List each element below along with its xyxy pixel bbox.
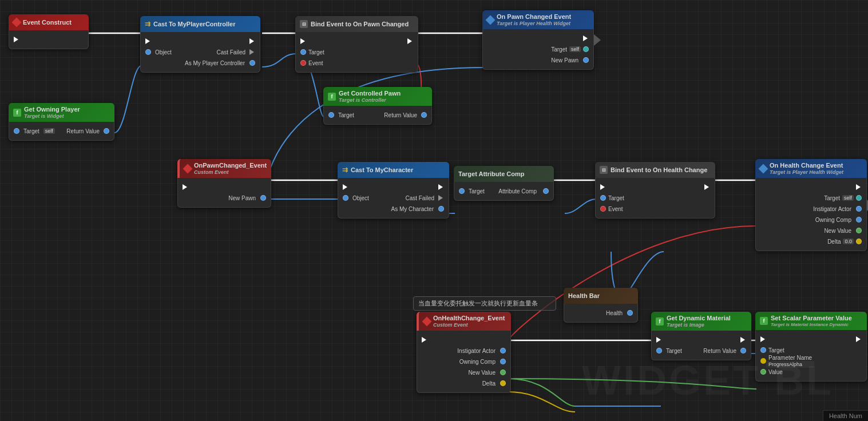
instigator-row: Instigator Actor bbox=[422, 345, 506, 356]
pins-row: Target Return Value bbox=[656, 345, 746, 356]
exec-in bbox=[656, 337, 662, 343]
target-label: Target bbox=[308, 49, 324, 55]
node-header: f Set Scalar Parameter Value Target is M… bbox=[755, 312, 867, 330]
target-row: Target self bbox=[760, 193, 862, 203]
node-title: Get Dynamic Material bbox=[667, 315, 731, 321]
node-bind-pawn: ⊟ Bind Event to On Pawn Changed Target E… bbox=[295, 16, 418, 73]
cast-icon: ⇉ bbox=[145, 20, 150, 28]
newpawn-pin bbox=[260, 195, 266, 201]
event-icon bbox=[183, 164, 193, 173]
pins-row: Target Return Value bbox=[328, 110, 427, 120]
health-pin bbox=[627, 310, 633, 316]
paramname-label: Parameter Name bbox=[768, 355, 812, 361]
func-icon: f bbox=[760, 317, 768, 325]
node-body: Target Return Value bbox=[323, 106, 432, 125]
exec-out-pin bbox=[14, 34, 84, 45]
node-header: f Get Controlled Pawn Target is Controll… bbox=[323, 87, 432, 106]
owningcomp-label: Owning Comp bbox=[459, 359, 496, 365]
event-pin-row: Event bbox=[600, 204, 710, 214]
delta-pin bbox=[856, 239, 862, 244]
event-icon bbox=[422, 316, 432, 326]
newvalue-pin bbox=[856, 228, 862, 233]
newpawn-pin bbox=[583, 57, 589, 63]
asmychar-row: As My Character bbox=[343, 204, 444, 214]
newvalue-row: New Value bbox=[760, 225, 862, 236]
node-subtitle: Custom Event bbox=[194, 169, 267, 175]
exec-out bbox=[856, 184, 862, 190]
target-pin bbox=[856, 195, 862, 201]
node-title: OnHealthChange_Event bbox=[433, 315, 505, 321]
node-header: f Get Dynamic Material Target is Image bbox=[651, 312, 751, 331]
node-title: Cast To MyCharacter bbox=[351, 166, 413, 173]
retval-pin bbox=[104, 128, 109, 134]
node-body: Target Event bbox=[295, 32, 418, 73]
node-header: OnPawnChanged_Event Custom Event bbox=[177, 159, 271, 178]
event-icon bbox=[759, 164, 768, 173]
delta-badge: 0.0 bbox=[843, 239, 854, 244]
health-pin-row: Health bbox=[569, 308, 633, 318]
self-badge: self bbox=[569, 46, 581, 52]
target-row: Target self bbox=[487, 44, 589, 54]
node-header: ⇉ Cast To MyPlayerController bbox=[140, 16, 260, 32]
newvalue-label: New Value bbox=[468, 370, 496, 376]
exec-in bbox=[600, 184, 606, 190]
castfailed-label: Cast Failed bbox=[216, 49, 245, 55]
target-pin bbox=[328, 112, 334, 118]
node-subtitle: Target is Player Health Widget bbox=[770, 169, 843, 175]
comment-text: 当血量变化委托触发一次就执行更新血量条 bbox=[418, 300, 538, 307]
paramname-pin bbox=[760, 358, 766, 364]
paramname-value: ProgressAlpha bbox=[766, 361, 814, 368]
instigator-label: Instigator Actor bbox=[457, 348, 496, 354]
node-body: Target self Instigator Actor Owning Comp… bbox=[755, 178, 867, 251]
node-subtitle: Target is Controller bbox=[339, 97, 401, 103]
attrcomp-pin bbox=[543, 188, 549, 194]
exec-out bbox=[407, 38, 413, 44]
event-pin-row: Event bbox=[300, 58, 413, 68]
node-title: Set Scalar Parameter Value bbox=[771, 315, 852, 321]
newvalue-pin bbox=[500, 370, 506, 375]
bottom-bar-label: Health Num bbox=[829, 412, 862, 419]
exec-row bbox=[487, 33, 589, 43]
delta-row: Delta bbox=[422, 378, 506, 388]
exec-out bbox=[438, 184, 444, 190]
target-label: Target bbox=[551, 46, 567, 53]
owningcomp-row: Owning Comp bbox=[760, 215, 862, 225]
node-get-controlled-pawn: f Get Controlled Pawn Target is Controll… bbox=[323, 87, 432, 125]
node-health-bar: Health Bar Health bbox=[564, 288, 638, 323]
target-label: Target bbox=[469, 188, 485, 194]
event-pin bbox=[600, 206, 606, 212]
owningcomp-pin bbox=[856, 217, 862, 223]
event-label: Event bbox=[608, 206, 623, 212]
target-label: Target bbox=[666, 348, 682, 354]
exec-row bbox=[343, 182, 444, 192]
owningcomp-pin bbox=[500, 359, 506, 364]
target-pin bbox=[14, 128, 19, 134]
value-row: Value bbox=[760, 367, 862, 377]
retval-pin bbox=[421, 112, 427, 118]
asmychar-label: As My Character bbox=[391, 206, 434, 212]
node-header: On Health Change Event Target is Player … bbox=[755, 159, 867, 178]
asmyplayer-label: As My Player Controller bbox=[185, 60, 245, 66]
node-title: Cast To MyPlayerController bbox=[153, 21, 235, 27]
health-label: Health bbox=[606, 310, 623, 316]
node-cast-mycharacter: ⇉ Cast To MyCharacter Object Cast Failed… bbox=[338, 162, 449, 219]
node-body: Health bbox=[564, 304, 638, 323]
object-pin bbox=[145, 49, 151, 55]
target-pin bbox=[583, 46, 589, 52]
delta-row: Delta 0.0 bbox=[760, 236, 862, 247]
exec-out bbox=[856, 336, 862, 342]
node-body: Target self Return Value bbox=[9, 122, 114, 141]
node-body: Target Parameter Name ProgressAlpha Valu… bbox=[755, 330, 867, 382]
node-body: New Pawn bbox=[177, 178, 271, 208]
node-subtitle: Target is Image bbox=[667, 322, 731, 328]
self-badge: self bbox=[842, 195, 854, 201]
event-pin bbox=[300, 60, 306, 66]
node-header: Health Bar bbox=[564, 288, 638, 304]
node-target-attr-comp: Target Attribute Comp Target Attribute C… bbox=[454, 166, 554, 201]
retval-label: Return Value bbox=[703, 348, 736, 354]
target-label: Target bbox=[338, 112, 354, 118]
node-body: Target self New Pawn bbox=[482, 29, 594, 70]
newpawn-row: New Pawn bbox=[487, 55, 589, 65]
retval-label: Return Value bbox=[384, 112, 417, 118]
node-title: Target Attribute Comp bbox=[458, 170, 525, 177]
